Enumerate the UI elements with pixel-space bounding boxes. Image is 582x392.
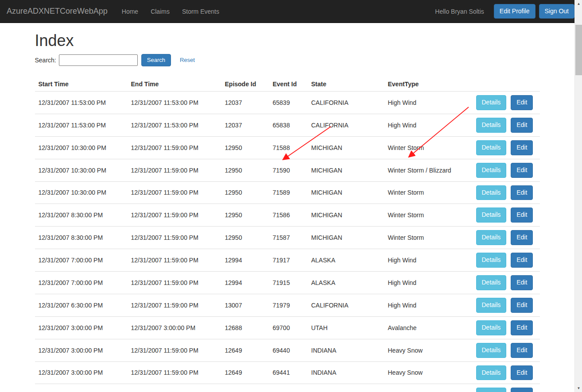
edit-button[interactable]: Edit [511, 365, 533, 380]
sign-out-button[interactable]: Sign Out [539, 4, 574, 19]
nav-item-claims[interactable]: Claims [144, 1, 176, 22]
cell-start-time: 12/31/2007 11:53:00 PM [35, 114, 128, 136]
vertical-scrollbar[interactable]: ▲ ▼ [574, 0, 582, 392]
cell-event-type: Winter Storm [384, 204, 473, 227]
details-button[interactable]: Details [476, 208, 507, 223]
nav-item-home[interactable]: Home [116, 1, 144, 22]
search-button[interactable]: Search [141, 54, 171, 66]
cell-event-type: Heavy Snow [384, 384, 473, 392]
cell-start-time: 12/31/2007 10:30:00 PM [35, 159, 128, 181]
cell-end-time: 12/31/2007 11:59:00 PM [128, 294, 221, 316]
app-brand-link[interactable]: AzureADXNETCoreWebApp [7, 7, 108, 16]
table-row: 12/31/2007 8:30:00 PM 12/31/2007 11:59:0… [35, 227, 540, 249]
cell-event-id: 69700 [269, 316, 308, 339]
details-button[interactable]: Details [476, 320, 507, 335]
edit-button[interactable]: Edit [511, 185, 533, 200]
cell-state: MICHIGAN [308, 136, 384, 159]
table-row: 12/31/2007 7:00:00 PM 12/31/2007 11:59:0… [35, 272, 540, 294]
cell-actions: Details Edit [473, 159, 540, 181]
details-button[interactable]: Details [476, 163, 507, 178]
search-bar: Search: Search Reset [35, 54, 540, 66]
cell-event-id: 69440 [269, 339, 308, 361]
table-row: 12/31/2007 6:30:00 PM 12/31/2007 11:59:0… [35, 294, 540, 316]
cell-episode-id: 12649 [221, 339, 269, 361]
cell-end-time: 12/31/2007 11:59:00 PM [128, 181, 221, 204]
cell-episode-id: 12994 [221, 272, 269, 294]
cell-episode-id: 12994 [221, 249, 269, 272]
cell-actions: Details Edit [473, 294, 540, 316]
page-title: Index [35, 32, 540, 50]
search-label: Search: [35, 57, 56, 64]
cell-actions: Details Edit [473, 92, 540, 114]
cell-actions: Details Edit [473, 249, 540, 272]
details-button[interactable]: Details [476, 253, 507, 268]
cell-end-time: 12/31/2007 11:59:00 PM [128, 361, 221, 384]
cell-state: ALASKA [308, 249, 384, 272]
edit-button[interactable]: Edit [511, 388, 533, 392]
cell-event-type: High Wind [384, 249, 473, 272]
header-actions [473, 77, 540, 92]
cell-state: INDIANA [308, 361, 384, 384]
edit-button[interactable]: Edit [511, 253, 533, 268]
edit-button[interactable]: Edit [511, 320, 533, 335]
cell-actions: Details Edit [473, 136, 540, 159]
cell-event-id: 69441 [269, 361, 308, 384]
main-content: Index Search: Search Reset Start Time En… [28, 32, 547, 392]
details-button[interactable]: Details [476, 343, 507, 358]
cell-actions: Details Edit [473, 204, 540, 227]
edit-button[interactable]: Edit [511, 298, 533, 313]
search-input[interactable] [59, 54, 138, 66]
cell-episode-id: 12950 [221, 181, 269, 204]
cell-end-time: 12/31/2007 11:53:00 PM [128, 114, 221, 136]
details-button[interactable]: Details [476, 95, 507, 110]
edit-button[interactable]: Edit [511, 163, 533, 178]
edit-button[interactable]: Edit [511, 230, 533, 245]
cell-actions: Details Edit [473, 384, 540, 392]
details-button[interactable]: Details [476, 230, 507, 245]
nav-links: Home Claims Storm Events [116, 1, 225, 22]
details-button[interactable]: Details [476, 365, 507, 380]
edit-button[interactable]: Edit [511, 343, 533, 358]
edit-button[interactable]: Edit [511, 95, 533, 110]
cell-episode-id: 13007 [221, 294, 269, 316]
table-header: Start Time End Time Episode Id Event Id … [35, 77, 540, 92]
cell-event-id: 71589 [269, 181, 308, 204]
details-button[interactable]: Details [476, 388, 507, 392]
details-button[interactable]: Details [476, 275, 507, 290]
details-button[interactable]: Details [476, 118, 507, 133]
details-button[interactable]: Details [476, 298, 507, 313]
edit-button[interactable]: Edit [511, 140, 533, 155]
cell-episode-id: 12037 [221, 92, 269, 114]
navbar: AzureADXNETCoreWebApp Home Claims Storm … [0, 0, 574, 23]
cell-end-time: 12/31/2007 11:59:00 PM [128, 384, 221, 392]
reset-link[interactable]: Reset [180, 57, 195, 63]
edit-profile-button[interactable]: Edit Profile [494, 4, 535, 19]
details-button[interactable]: Details [476, 185, 507, 200]
nav-item-storm-events[interactable]: Storm Events [176, 1, 225, 22]
cell-event-id: 71588 [269, 136, 308, 159]
cell-start-time: 12/31/2007 10:30:00 PM [35, 181, 128, 204]
details-button[interactable]: Details [476, 140, 507, 155]
cell-event-type: Winter Storm [384, 136, 473, 159]
cell-event-type: Avalanche [384, 316, 473, 339]
edit-button[interactable]: Edit [511, 275, 533, 290]
cell-start-time: 12/31/2007 10:30:00 PM [35, 136, 128, 159]
scroll-up-icon[interactable]: ▲ [575, 0, 582, 8]
page-viewport: AzureADXNETCoreWebApp Home Claims Storm … [0, 0, 574, 392]
cell-actions: Details Edit [473, 114, 540, 136]
header-event-type: EventType [384, 77, 473, 92]
cell-event-id: 65838 [269, 114, 308, 136]
table-row: 12/31/2007 3:00:00 PM 12/31/2007 11:59:0… [35, 339, 540, 361]
edit-button[interactable]: Edit [511, 118, 533, 133]
cell-end-time: 12/31/2007 11:53:00 PM [128, 92, 221, 114]
scroll-down-icon[interactable]: ▼ [575, 384, 582, 392]
cell-event-id: 71590 [269, 159, 308, 181]
scrollbar-thumb[interactable] [575, 25, 582, 75]
cell-end-time: 12/31/2007 3:00:00 PM [128, 316, 221, 339]
table-row: 12/31/2007 3:00:00 PM 12/31/2007 11:59:0… [35, 384, 540, 392]
cell-end-time: 12/31/2007 11:59:00 PM [128, 227, 221, 249]
cell-event-id: 71587 [269, 227, 308, 249]
cell-end-time: 12/31/2007 11:59:00 PM [128, 204, 221, 227]
cell-state: MICHIGAN [308, 204, 384, 227]
edit-button[interactable]: Edit [511, 208, 533, 223]
